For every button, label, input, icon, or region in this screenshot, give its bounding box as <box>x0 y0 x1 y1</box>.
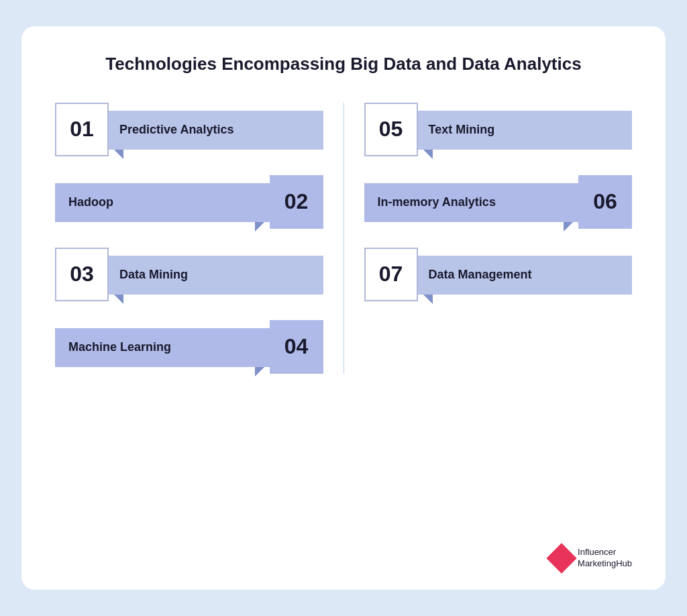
item-number: 02 <box>270 175 323 229</box>
page-title: Technologies Encompassing Big Data and D… <box>55 53 632 76</box>
item-label: Data Management <box>415 256 633 295</box>
logo-line1: Influencer <box>578 547 616 557</box>
item-label: Machine Learning <box>55 328 272 367</box>
item-label: Predictive Analytics <box>106 111 323 150</box>
item-number: 05 <box>364 103 418 156</box>
item-number: 01 <box>55 103 109 156</box>
list-item: 05 Text Mining <box>364 103 633 156</box>
item-label: Hadoop <box>55 183 272 222</box>
list-item: Machine Learning 04 <box>55 320 323 374</box>
list-item: Hadoop 02 <box>55 175 323 229</box>
logo-line2: MarketingHub <box>578 558 632 568</box>
list-item: 03 Data Mining <box>55 248 323 301</box>
main-card: Technologies Encompassing Big Data and D… <box>21 26 666 590</box>
item-number: 04 <box>270 320 323 374</box>
list-item: 07 Data Management <box>364 248 633 301</box>
logo: Influencer MarketingHub <box>551 547 632 570</box>
right-column: 05 Text Mining In-memory Analytics 06 07… <box>344 103 633 374</box>
logo-text: Influencer MarketingHub <box>578 547 632 570</box>
item-number: 03 <box>55 248 109 301</box>
item-label: Text Mining <box>415 111 633 150</box>
item-number: 06 <box>578 175 632 229</box>
list-item: In-memory Analytics 06 <box>364 175 633 229</box>
logo-diamond-icon <box>546 543 576 573</box>
item-label: Data Mining <box>106 256 323 295</box>
left-column: 01 Predictive Analytics Hadoop 02 03 Dat… <box>55 103 344 374</box>
content-area: 01 Predictive Analytics Hadoop 02 03 Dat… <box>55 103 632 374</box>
list-item: 01 Predictive Analytics <box>55 103 323 156</box>
item-label: In-memory Analytics <box>364 183 582 222</box>
item-number: 07 <box>364 248 418 301</box>
